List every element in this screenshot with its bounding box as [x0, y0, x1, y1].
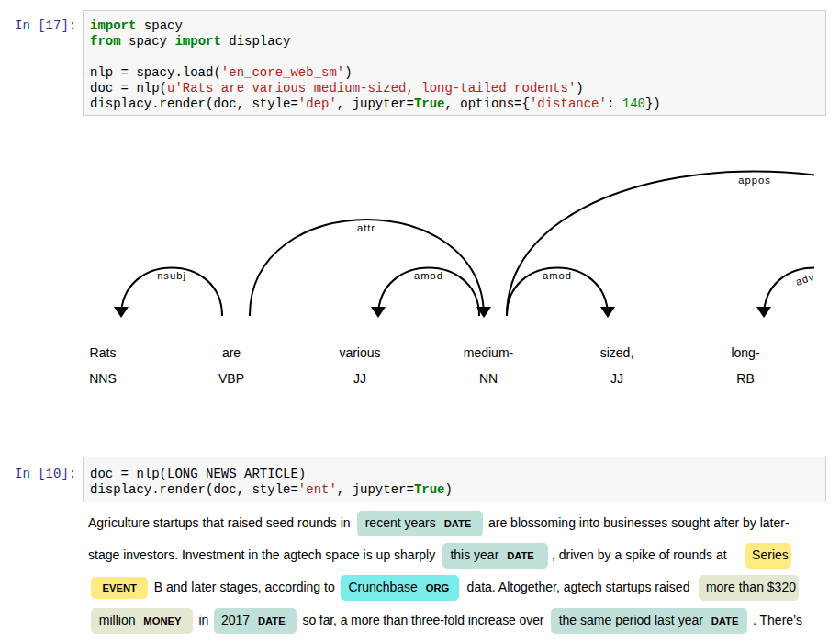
svg-text:NNS: NNS: [89, 371, 117, 386]
svg-text:NN: NN: [479, 371, 498, 386]
svg-text:medium-: medium-: [463, 345, 513, 360]
svg-text:JJ: JJ: [353, 371, 366, 386]
svg-text:VBP: VBP: [218, 371, 244, 386]
svg-text:RB: RB: [736, 371, 754, 386]
svg-text:attr: attr: [357, 222, 375, 233]
svg-text:amod: amod: [543, 270, 572, 281]
svg-text:long-: long-: [731, 345, 759, 360]
svg-text:Rats: Rats: [89, 345, 116, 360]
svg-text:sized,: sized,: [599, 345, 633, 360]
svg-text:nsubj: nsubj: [157, 270, 186, 281]
svg-text:are: are: [222, 345, 241, 360]
svg-text:appos: appos: [738, 175, 770, 186]
svg-text:various: various: [339, 345, 380, 360]
svg-text:amod: amod: [414, 270, 443, 281]
svg-text:JJ: JJ: [610, 371, 623, 386]
